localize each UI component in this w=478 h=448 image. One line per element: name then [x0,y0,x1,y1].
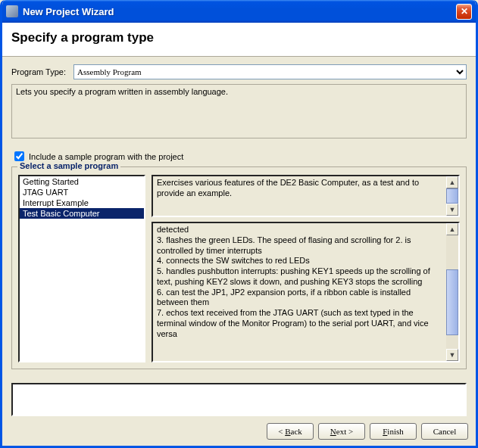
list-item[interactable]: Getting Started [20,176,144,187]
close-icon[interactable]: ✕ [456,4,472,20]
titlebar[interactable]: New Project Wizard ✕ [2,0,476,23]
include-sample-label[interactable]: Include a sample program with the projec… [29,152,183,161]
window-title: New Project Wizard [23,6,456,17]
details-line: 5. handles pushbutton interrupts: pushin… [157,266,442,288]
cancel-button[interactable]: Cancel [421,423,468,440]
details-scrollbar[interactable]: ▲ ▼ [446,223,458,361]
wizard-footer: < Back Next > Finish Cancel [2,418,476,446]
sample-area: Getting Started JTAG UART Interrupt Exam… [18,175,460,362]
message-area [11,383,467,416]
program-type-label: Program Type: [11,67,73,76]
page-heading: Specify a program type [11,30,467,45]
sample-summary-text: Exercises various features of the DE2 Ba… [153,176,446,216]
next-button[interactable]: Next > [318,423,365,440]
sample-listbox[interactable]: Getting Started JTAG UART Interrupt Exam… [18,175,145,362]
details-line: 3. flashes the green LEDs. The speed of … [157,235,442,257]
list-item[interactable]: Test Basic Computer [20,208,144,219]
sample-details-pane: detected 3. flashes the green LEDs. The … [152,222,460,362]
details-line: 6. can test the JP1, JP2 expansion ports… [157,288,442,309]
wizard-header: Specify a program type [2,23,476,57]
sample-group-legend: Select a sample program [17,161,120,170]
scroll-track[interactable] [446,235,458,349]
sample-details-column: Exercises various features of the DE2 Ba… [152,175,460,362]
program-type-row: Program Type: Assembly Program [11,64,467,79]
scroll-thumb[interactable] [446,188,458,204]
program-type-description-text: Lets you specify a program written in as… [16,87,228,96]
program-type-select[interactable]: Assembly Program [73,64,467,79]
finish-button[interactable]: Finish [370,423,417,440]
list-item[interactable]: JTAG UART [20,187,144,198]
details-line: 4. connects the SW switches to red LEDs [157,256,442,266]
sample-summary-pane: Exercises various features of the DE2 Ba… [152,175,460,217]
app-icon [6,5,18,17]
content-area: Specify a program type Program Type: Ass… [2,23,476,446]
scroll-up-icon[interactable]: ▲ [446,223,458,235]
sample-groupbox: Select a sample program Getting Started … [11,166,467,369]
details-line: 7. echos text received from the JTAG UAR… [157,308,442,339]
list-item[interactable]: Interrupt Example [20,198,144,208]
program-type-description: Lets you specify a program written in as… [11,84,467,138]
details-line: detected [157,225,442,235]
scroll-down-icon[interactable]: ▼ [446,349,458,361]
scroll-thumb[interactable] [446,269,458,335]
scroll-down-icon[interactable]: ▼ [446,204,458,216]
summary-scrollbar[interactable]: ▲ ▼ [446,176,458,216]
back-button[interactable]: < Back [267,423,314,440]
scroll-track[interactable] [446,188,458,204]
sample-details-text: detected 3. flashes the green LEDs. The … [153,223,446,361]
scroll-up-icon[interactable]: ▲ [446,176,458,188]
wizard-body: Program Type: Assembly Program Lets you … [2,57,476,418]
include-sample-checkbox[interactable] [14,151,24,161]
